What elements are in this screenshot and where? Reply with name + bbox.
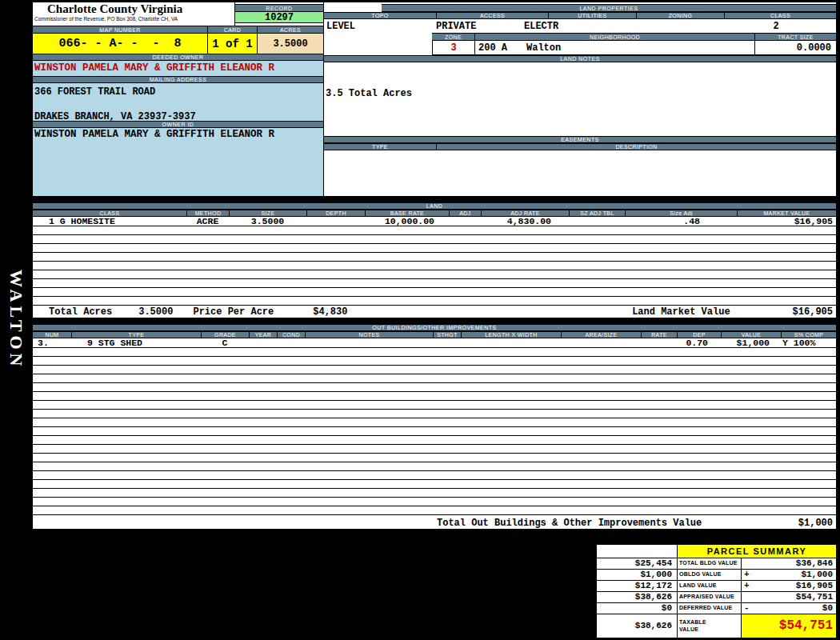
land-market-value-total: $16,905 xyxy=(793,306,833,318)
col-grade: GRADE xyxy=(201,332,249,338)
col-size: SIZE xyxy=(229,210,306,216)
address-line1: 366 FOREST TRAIL ROAD xyxy=(34,86,323,98)
ob-s-comp: Y 100% xyxy=(781,338,836,347)
empty-row xyxy=(33,400,836,409)
land-size: 3.5000 xyxy=(229,217,306,226)
ob-cond xyxy=(277,338,305,347)
neighborhood-name: Walton xyxy=(526,42,561,54)
obldg-sign: + xyxy=(744,570,750,580)
deferred-sign: - xyxy=(744,603,750,614)
deferred-value-cell: -$0 xyxy=(741,603,836,614)
zone-header-row: ZONE NEIGHBORHOOD TRACT SIZE xyxy=(324,33,836,41)
card-label: CARD xyxy=(207,26,257,33)
land-depth xyxy=(306,217,365,226)
prior-deferred: $0 xyxy=(597,603,677,614)
empty-row xyxy=(33,347,836,356)
ob-year xyxy=(249,338,277,347)
prior-land: $12,172 xyxy=(597,581,677,591)
taxable-value: $54,751 xyxy=(741,614,836,638)
empty-row xyxy=(33,234,836,243)
parcel-summary: PARCEL SUMMARY $25,454 TOTAL BLDG VALUE … xyxy=(596,544,837,638)
land-properties-spacer xyxy=(324,4,382,12)
out-buildings-total-value: $1,000 xyxy=(798,518,833,529)
appraised-label: APPRAISED VALUE xyxy=(677,592,741,602)
district-vertical-label: WALTON xyxy=(6,270,26,370)
land-table-row: 1 G HOMESITE ACRE 3.5000 10,000.00 4,830… xyxy=(33,217,836,226)
ob-rate xyxy=(641,338,677,347)
neighborhood-code: 200 A xyxy=(478,42,507,54)
acres-label: ACRES xyxy=(257,26,323,33)
land-properties-section-label: LAND PROPERTIES xyxy=(382,4,836,12)
empty-row xyxy=(33,261,836,270)
empty-row xyxy=(33,435,836,444)
land-market-value-label: Land Market Value xyxy=(632,306,730,318)
col-market-value: MARKET VALUE xyxy=(737,210,836,216)
zone-label: ZONE xyxy=(432,34,474,40)
deferred-value: $0 xyxy=(822,603,833,613)
easements-section-label: EASEMENTS xyxy=(324,136,836,143)
deeded-owner-value: WINSTON PAMELA MARY & GRIFFITH ELEANOR R xyxy=(33,61,323,76)
col-adj: ADJ xyxy=(449,210,481,216)
col-notes: NOTES xyxy=(305,332,433,338)
empty-row xyxy=(33,356,836,365)
col-depth: DEPTH xyxy=(306,210,365,216)
owner-id-value: WINSTON PAMELA MARY & GRIFFITH ELEANOR R xyxy=(33,128,323,141)
topo-value: LEVEL xyxy=(326,21,355,32)
land-totals-row: Total Acres 3.5000 Price Per Acre $4,830… xyxy=(33,305,836,318)
record-box: RECORD 10297 xyxy=(235,2,323,26)
zone-spacer xyxy=(324,33,432,41)
land-note: 3.5 Total Acres xyxy=(326,88,836,99)
land-value-cell: +$16,905 xyxy=(741,581,836,591)
ob-notes xyxy=(305,338,433,347)
utilities-value: ELECTR xyxy=(524,21,558,32)
empty-row xyxy=(33,444,836,453)
out-buildings-total-row: Total Out Buildings & Other Improvements… xyxy=(33,514,836,530)
class-value: 2 xyxy=(748,21,804,32)
ob-dep: 0.70 xyxy=(677,338,721,347)
topo-header: TOPO xyxy=(324,13,436,18)
district-strip: WALTON xyxy=(0,0,32,640)
taxable-label-cell: TAXABLE VALUE xyxy=(677,614,741,638)
col-cond: COND xyxy=(277,332,305,338)
map-header-row: MAP NUMBER CARD ACRES xyxy=(33,26,323,34)
col-area-size: AREA/SIZE xyxy=(561,332,641,338)
county-title: Charlotte County Virginia xyxy=(33,2,234,16)
land-properties-panel: LAND PROPERTIES TOPO ACCESS UTILITIES ZO… xyxy=(324,2,837,197)
access-header: ACCESS xyxy=(436,13,548,18)
county-header-row: Charlotte County Virginia Commissioner o… xyxy=(33,2,323,26)
out-buildings-total-label: Total Out Buildings & Other Improvements… xyxy=(437,518,702,529)
empty-row xyxy=(33,418,836,426)
prior-total-bldg: $25,454 xyxy=(597,558,677,569)
property-record-card: WALTON Charlotte County Virginia Commiss… xyxy=(0,0,840,640)
easement-description-header: DESCRIPTION xyxy=(436,144,836,150)
utilities-header: UTILITIES xyxy=(548,13,636,18)
appraised-value: $54,751 xyxy=(741,592,836,602)
total-bldg-value: $36,846 xyxy=(741,558,836,569)
empty-row xyxy=(33,296,836,305)
land-properties-values: LEVEL PRIVATE ELECTR 2 xyxy=(324,19,836,33)
out-buildings-section: OUT BUILDINGS/OTHER IMPROVEMENTS NUM TYP… xyxy=(32,323,837,530)
col-size-adj: Size Adj xyxy=(625,210,737,216)
col-sthgt: STHGT xyxy=(433,332,461,338)
ob-type: 9 STG SHED xyxy=(71,338,201,347)
parcel-summary-title-row: PARCEL SUMMARY xyxy=(597,545,836,558)
out-buildings-column-headers: NUM TYPE GRADE YEAR COND NOTES STHGT LEN… xyxy=(33,331,836,338)
land-notes-section-label: LAND NOTES xyxy=(324,55,836,62)
ob-value: $1,000 xyxy=(721,338,781,347)
land-adj xyxy=(449,217,481,226)
empty-row xyxy=(33,243,836,252)
empty-row xyxy=(33,462,836,470)
land-notes-area: 3.5 Total Acres xyxy=(324,62,836,136)
easements-empty-area xyxy=(324,150,836,196)
land-adj-rate: 4,830.00 xyxy=(481,217,569,226)
col-base-rate: BASE RATE xyxy=(365,210,449,216)
land-class: 1 G HOMESITE xyxy=(33,217,186,226)
empty-row xyxy=(33,252,836,261)
summary-row-obldg: $1,000 OBLDG VALUE +$1,000 xyxy=(597,569,836,580)
summary-row-land: $12,172 LAND VALUE +$16,905 xyxy=(597,580,836,591)
map-number-value: 066- - A- - - 8 xyxy=(33,34,207,54)
col-adj-rate: ADJ RATE xyxy=(481,210,569,216)
empty-row xyxy=(33,287,836,296)
neighborhood-label: NEIGHBORHOOD xyxy=(474,34,754,40)
summary-row-deferred: $0 DEFERRED VALUE -$0 xyxy=(597,602,836,614)
